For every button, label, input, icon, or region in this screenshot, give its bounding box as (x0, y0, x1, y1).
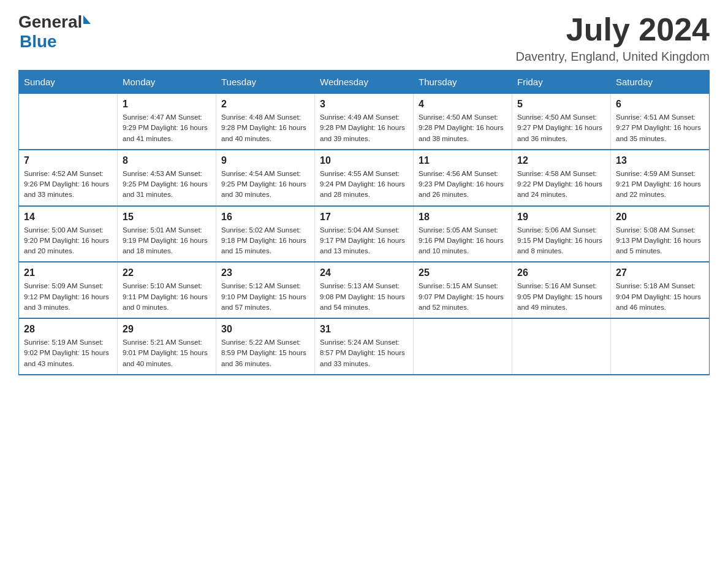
day-number: 24 (320, 267, 408, 278)
table-row: 24Sunrise: 5:13 AM Sunset: 9:08 PM Dayli… (315, 262, 414, 318)
day-info: Sunrise: 4:50 AM Sunset: 9:28 PM Dayligh… (419, 112, 507, 144)
table-row: 6Sunrise: 4:51 AM Sunset: 9:27 PM Daylig… (611, 94, 710, 150)
day-info: Sunrise: 5:04 AM Sunset: 9:17 PM Dayligh… (320, 225, 408, 257)
day-number: 18 (419, 212, 507, 223)
day-info: Sunrise: 5:24 AM Sunset: 8:57 PM Dayligh… (320, 337, 408, 369)
day-number: 4 (419, 99, 507, 110)
day-number: 6 (616, 99, 704, 110)
day-number: 28 (24, 324, 112, 335)
day-number: 7 (24, 155, 112, 166)
day-number: 5 (517, 99, 605, 110)
table-row: 7Sunrise: 4:52 AM Sunset: 9:26 PM Daylig… (19, 150, 118, 206)
logo-triangle-icon (83, 15, 91, 24)
day-info: Sunrise: 5:08 AM Sunset: 9:13 PM Dayligh… (616, 225, 704, 257)
day-number: 1 (123, 99, 211, 110)
day-info: Sunrise: 4:52 AM Sunset: 9:26 PM Dayligh… (24, 169, 112, 201)
table-row: 23Sunrise: 5:12 AM Sunset: 9:10 PM Dayli… (216, 262, 315, 318)
day-info: Sunrise: 5:13 AM Sunset: 9:08 PM Dayligh… (320, 281, 408, 313)
location-text: Daventry, England, United Kingdom (516, 50, 710, 64)
table-row: 20Sunrise: 5:08 AM Sunset: 9:13 PM Dayli… (611, 206, 710, 262)
table-row: 14Sunrise: 5:00 AM Sunset: 9:20 PM Dayli… (19, 206, 118, 262)
day-info: Sunrise: 5:00 AM Sunset: 9:20 PM Dayligh… (24, 225, 112, 257)
day-info: Sunrise: 5:06 AM Sunset: 9:15 PM Dayligh… (517, 225, 605, 257)
day-info: Sunrise: 5:01 AM Sunset: 9:19 PM Dayligh… (123, 225, 211, 257)
table-row: 4Sunrise: 4:50 AM Sunset: 9:28 PM Daylig… (414, 94, 512, 150)
table-row: 13Sunrise: 4:59 AM Sunset: 9:21 PM Dayli… (611, 150, 710, 206)
day-number: 20 (616, 212, 704, 223)
table-row: 27Sunrise: 5:18 AM Sunset: 9:04 PM Dayli… (611, 262, 710, 318)
table-row: 22Sunrise: 5:10 AM Sunset: 9:11 PM Dayli… (118, 262, 216, 318)
col-sunday: Sunday (19, 71, 118, 94)
table-row: 28Sunrise: 5:19 AM Sunset: 9:02 PM Dayli… (19, 318, 118, 375)
day-number: 30 (221, 324, 309, 335)
day-number: 16 (221, 212, 309, 223)
table-row: 16Sunrise: 5:02 AM Sunset: 9:18 PM Dayli… (216, 206, 315, 262)
table-row: 26Sunrise: 5:16 AM Sunset: 9:05 PM Dayli… (512, 262, 611, 318)
calendar-week-row: 14Sunrise: 5:00 AM Sunset: 9:20 PM Dayli… (19, 206, 710, 262)
col-wednesday: Wednesday (315, 71, 414, 94)
table-row: 9Sunrise: 4:54 AM Sunset: 9:25 PM Daylig… (216, 150, 315, 206)
day-info: Sunrise: 5:21 AM Sunset: 9:01 PM Dayligh… (123, 337, 211, 369)
calendar-week-row: 7Sunrise: 4:52 AM Sunset: 9:26 PM Daylig… (19, 150, 710, 206)
col-tuesday: Tuesday (216, 71, 315, 94)
day-info: Sunrise: 4:47 AM Sunset: 9:29 PM Dayligh… (123, 112, 211, 144)
day-number: 15 (123, 212, 211, 223)
day-info: Sunrise: 5:15 AM Sunset: 9:07 PM Dayligh… (419, 281, 507, 313)
col-thursday: Thursday (414, 71, 512, 94)
day-info: Sunrise: 4:49 AM Sunset: 9:28 PM Dayligh… (320, 112, 408, 144)
day-info: Sunrise: 5:10 AM Sunset: 9:11 PM Dayligh… (123, 281, 211, 313)
col-friday: Friday (512, 71, 611, 94)
day-info: Sunrise: 4:56 AM Sunset: 9:23 PM Dayligh… (419, 169, 507, 201)
day-number: 25 (419, 267, 507, 278)
table-row: 18Sunrise: 5:05 AM Sunset: 9:16 PM Dayli… (414, 206, 512, 262)
day-number: 26 (517, 267, 605, 278)
calendar-week-row: 1Sunrise: 4:47 AM Sunset: 9:29 PM Daylig… (19, 94, 710, 150)
calendar-header-row: Sunday Monday Tuesday Wednesday Thursday… (19, 71, 710, 94)
day-info: Sunrise: 4:59 AM Sunset: 9:21 PM Dayligh… (616, 169, 704, 201)
table-row: 1Sunrise: 4:47 AM Sunset: 9:29 PM Daylig… (118, 94, 216, 150)
day-number: 9 (221, 155, 309, 166)
table-row: 8Sunrise: 4:53 AM Sunset: 9:25 PM Daylig… (118, 150, 216, 206)
table-row: 10Sunrise: 4:55 AM Sunset: 9:24 PM Dayli… (315, 150, 414, 206)
table-row: 2Sunrise: 4:48 AM Sunset: 9:28 PM Daylig… (216, 94, 315, 150)
day-info: Sunrise: 4:55 AM Sunset: 9:24 PM Dayligh… (320, 169, 408, 201)
table-row (611, 318, 710, 375)
day-number: 3 (320, 99, 408, 110)
table-row: 15Sunrise: 5:01 AM Sunset: 9:19 PM Dayli… (118, 206, 216, 262)
day-info: Sunrise: 5:02 AM Sunset: 9:18 PM Dayligh… (221, 225, 309, 257)
col-monday: Monday (118, 71, 216, 94)
calendar-week-row: 21Sunrise: 5:09 AM Sunset: 9:12 PM Dayli… (19, 262, 710, 318)
day-number: 10 (320, 155, 408, 166)
day-info: Sunrise: 4:48 AM Sunset: 9:28 PM Dayligh… (221, 112, 309, 144)
calendar-table: Sunday Monday Tuesday Wednesday Thursday… (18, 70, 710, 375)
day-info: Sunrise: 4:51 AM Sunset: 9:27 PM Dayligh… (616, 112, 704, 144)
day-info: Sunrise: 4:54 AM Sunset: 9:25 PM Dayligh… (221, 169, 309, 201)
table-row: 25Sunrise: 5:15 AM Sunset: 9:07 PM Dayli… (414, 262, 512, 318)
table-row: 12Sunrise: 4:58 AM Sunset: 9:22 PM Dayli… (512, 150, 611, 206)
calendar-week-row: 28Sunrise: 5:19 AM Sunset: 9:02 PM Dayli… (19, 318, 710, 375)
table-row (414, 318, 512, 375)
page-header: General Blue July 2024 Daventry, England… (18, 12, 710, 64)
table-row: 11Sunrise: 4:56 AM Sunset: 9:23 PM Dayli… (414, 150, 512, 206)
table-row (512, 318, 611, 375)
table-row: 29Sunrise: 5:21 AM Sunset: 9:01 PM Dayli… (118, 318, 216, 375)
day-info: Sunrise: 5:22 AM Sunset: 8:59 PM Dayligh… (221, 337, 309, 369)
day-number: 21 (24, 267, 112, 278)
day-info: Sunrise: 4:53 AM Sunset: 9:25 PM Dayligh… (123, 169, 211, 201)
day-info: Sunrise: 5:12 AM Sunset: 9:10 PM Dayligh… (221, 281, 309, 313)
day-number: 19 (517, 212, 605, 223)
day-number: 17 (320, 212, 408, 223)
day-number: 12 (517, 155, 605, 166)
day-number: 31 (320, 324, 408, 335)
table-row: 17Sunrise: 5:04 AM Sunset: 9:17 PM Dayli… (315, 206, 414, 262)
logo-general-text: General (18, 12, 82, 32)
day-number: 14 (24, 212, 112, 223)
day-info: Sunrise: 4:50 AM Sunset: 9:27 PM Dayligh… (517, 112, 605, 144)
day-number: 22 (123, 267, 211, 278)
table-row: 31Sunrise: 5:24 AM Sunset: 8:57 PM Dayli… (315, 318, 414, 375)
day-number: 8 (123, 155, 211, 166)
table-row: 30Sunrise: 5:22 AM Sunset: 8:59 PM Dayli… (216, 318, 315, 375)
day-number: 2 (221, 99, 309, 110)
logo-blue-text: Blue (20, 32, 57, 52)
logo: General Blue (18, 12, 91, 52)
